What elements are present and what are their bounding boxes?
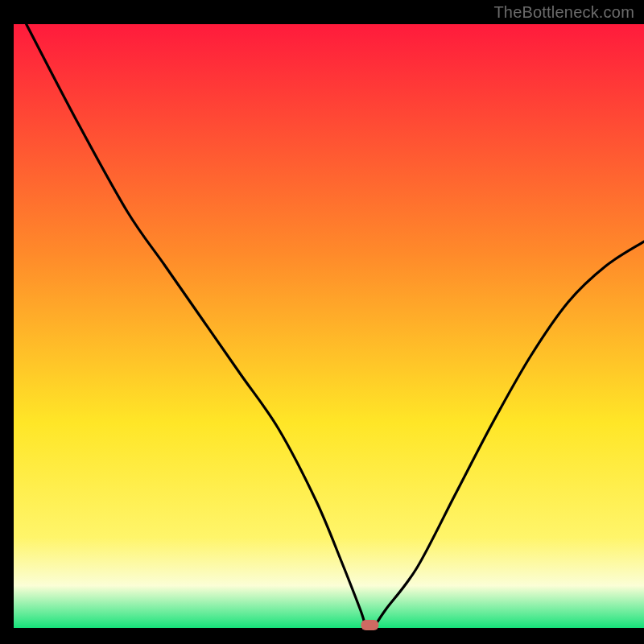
bottleneck-plot [0,0,644,644]
watermark-label: TheBottleneck.com [493,3,634,22]
chart-stage: TheBottleneck.com [0,0,644,644]
optimal-marker [361,620,378,630]
